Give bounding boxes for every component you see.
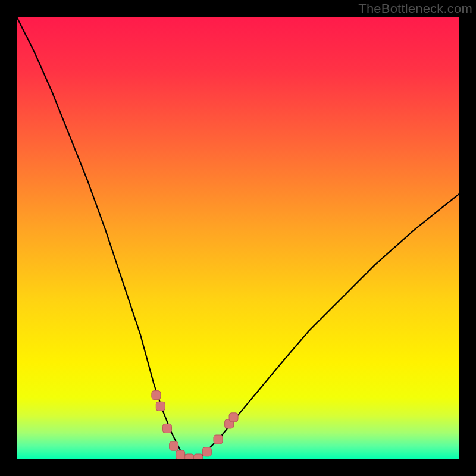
gradient-background [17,17,459,459]
curve-marker [229,413,238,422]
curve-marker [170,441,178,450]
bottleneck-chart [17,17,459,459]
watermark-text: TheBottleneck.com [358,1,472,17]
curve-marker [202,447,211,456]
curve-marker [176,450,185,459]
plot-area [17,17,459,459]
curve-marker [156,402,165,411]
curve-marker [214,435,223,444]
curve-marker [185,454,194,459]
outer-frame: TheBottleneck.com [0,0,476,476]
curve-marker [162,424,171,433]
curve-marker [152,391,161,400]
curve-marker [194,454,203,459]
